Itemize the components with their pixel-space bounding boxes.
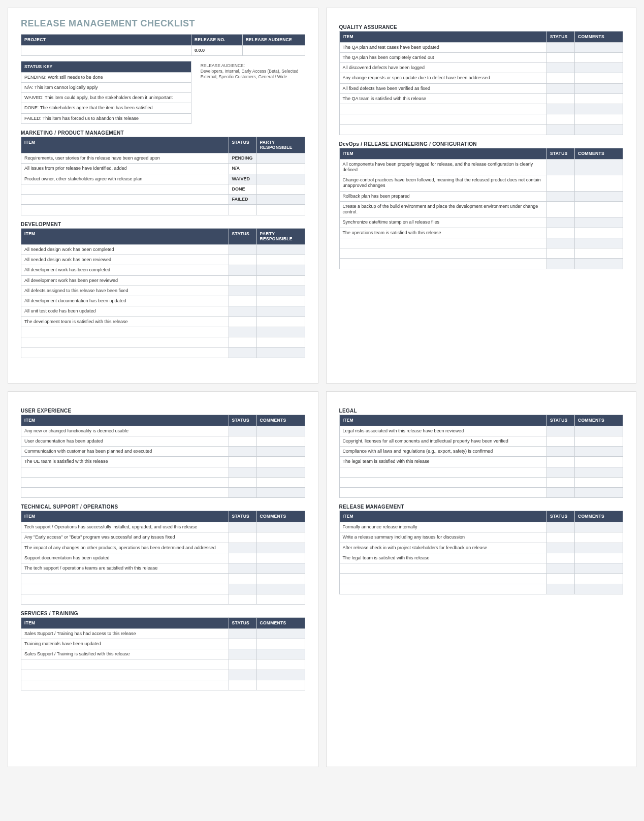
item-cell[interactable]: After release check in with project stak…	[339, 543, 547, 553]
status-cell[interactable]	[547, 457, 575, 467]
third-cell[interactable]	[256, 628, 305, 639]
item-cell[interactable]	[21, 584, 229, 594]
status-cell[interactable]	[229, 317, 256, 327]
status-cell[interactable]	[229, 275, 256, 286]
third-cell[interactable]	[575, 436, 623, 446]
third-cell[interactable]	[575, 488, 623, 498]
third-cell[interactable]	[575, 584, 623, 594]
item-cell[interactable]	[339, 563, 547, 574]
status-cell[interactable]	[229, 594, 256, 604]
item-cell[interactable]	[339, 124, 547, 135]
third-cell[interactable]	[256, 447, 305, 457]
status-cell[interactable]	[547, 201, 575, 217]
third-cell[interactable]	[256, 467, 305, 477]
item-cell[interactable]: All components have been properly tagged…	[339, 159, 547, 175]
status-cell[interactable]	[229, 286, 256, 296]
status-cell[interactable]	[547, 159, 575, 175]
status-cell[interactable]	[547, 73, 575, 83]
status-cell[interactable]	[547, 248, 575, 259]
third-cell[interactable]	[575, 228, 623, 238]
third-cell[interactable]	[575, 543, 623, 553]
item-cell[interactable]: All development work has been completed	[21, 265, 229, 275]
status-cell[interactable]	[547, 217, 575, 228]
status-cell[interactable]	[229, 426, 256, 436]
item-cell[interactable]	[339, 114, 547, 124]
status-cell[interactable]	[229, 680, 256, 690]
third-cell[interactable]	[256, 594, 305, 604]
status-cell[interactable]	[547, 553, 575, 563]
third-cell[interactable]	[256, 317, 305, 327]
item-cell[interactable]: Requirements, user stories for this rele…	[21, 153, 229, 164]
item-cell[interactable]: The development team is satisfied with t…	[21, 317, 229, 327]
project-cell[interactable]	[21, 45, 191, 55]
third-cell[interactable]	[575, 426, 623, 436]
item-cell[interactable]	[339, 248, 547, 259]
status-cell[interactable]	[229, 488, 256, 498]
status-cell[interactable]	[547, 467, 575, 477]
status-cell[interactable]	[229, 532, 256, 543]
item-cell[interactable]: The QA plan has been completely carried …	[339, 52, 547, 62]
status-cell[interactable]: FAILED	[229, 195, 256, 205]
status-cell[interactable]	[229, 467, 256, 477]
third-cell[interactable]	[575, 553, 623, 563]
third-cell[interactable]	[256, 153, 305, 164]
item-cell[interactable]: The QA team is satisfied with this relea…	[339, 93, 547, 104]
item-cell[interactable]: The legal team is satisfied with this re…	[339, 553, 547, 563]
third-cell[interactable]	[256, 584, 305, 594]
third-cell[interactable]	[256, 348, 305, 358]
item-cell[interactable]: Legal risks associated with this release…	[339, 426, 547, 436]
status-cell[interactable]	[229, 522, 256, 532]
item-cell[interactable]	[21, 488, 229, 498]
item-cell[interactable]: Copyright, licenses for all components a…	[339, 436, 547, 446]
third-cell[interactable]	[575, 563, 623, 574]
item-cell[interactable]	[21, 467, 229, 477]
status-cell[interactable]	[229, 553, 256, 563]
item-cell[interactable]: The tech support / operations teams are …	[21, 563, 229, 574]
third-cell[interactable]	[575, 201, 623, 217]
status-cell[interactable]	[229, 348, 256, 358]
item-cell[interactable]: Any change requests or spec update due t…	[339, 73, 547, 83]
item-cell[interactable]: The legal team is satisfied with this re…	[339, 457, 547, 467]
third-cell[interactable]	[256, 244, 305, 255]
third-cell[interactable]	[575, 467, 623, 477]
third-cell[interactable]	[575, 248, 623, 259]
status-cell[interactable]	[547, 63, 575, 73]
status-cell[interactable]	[547, 83, 575, 93]
third-cell[interactable]	[256, 649, 305, 659]
item-cell[interactable]	[339, 488, 547, 498]
third-cell[interactable]	[256, 184, 305, 194]
status-cell[interactable]	[229, 670, 256, 680]
third-cell[interactable]	[575, 83, 623, 93]
status-cell[interactable]	[547, 52, 575, 62]
item-cell[interactable]: Tech support / Operations has successful…	[21, 522, 229, 532]
third-cell[interactable]	[256, 639, 305, 649]
status-cell[interactable]	[547, 532, 575, 543]
status-cell[interactable]	[229, 457, 256, 467]
status-cell[interactable]	[229, 477, 256, 487]
status-cell[interactable]	[547, 114, 575, 124]
item-cell[interactable]: Training materials have been updated	[21, 639, 229, 649]
status-cell[interactable]	[547, 93, 575, 104]
status-cell[interactable]	[547, 42, 575, 52]
status-cell[interactable]	[229, 543, 256, 553]
third-cell[interactable]	[575, 159, 623, 175]
third-cell[interactable]	[575, 124, 623, 135]
third-cell[interactable]	[256, 426, 305, 436]
third-cell[interactable]	[256, 563, 305, 574]
status-cell[interactable]	[229, 649, 256, 659]
third-cell[interactable]	[575, 522, 623, 532]
item-cell[interactable]	[339, 574, 547, 584]
third-cell[interactable]	[575, 63, 623, 73]
status-cell[interactable]	[229, 296, 256, 306]
status-cell[interactable]: WAIVED	[229, 174, 256, 184]
item-cell[interactable]	[21, 184, 229, 194]
item-cell[interactable]	[21, 337, 229, 348]
third-cell[interactable]	[256, 488, 305, 498]
third-cell[interactable]	[256, 337, 305, 348]
item-cell[interactable]: Formally announce release internally	[339, 522, 547, 532]
third-cell[interactable]	[575, 52, 623, 62]
item-cell[interactable]: Change-control practices have been follo…	[339, 175, 547, 192]
third-cell[interactable]	[256, 436, 305, 446]
status-cell[interactable]	[547, 488, 575, 498]
third-cell[interactable]	[256, 670, 305, 680]
